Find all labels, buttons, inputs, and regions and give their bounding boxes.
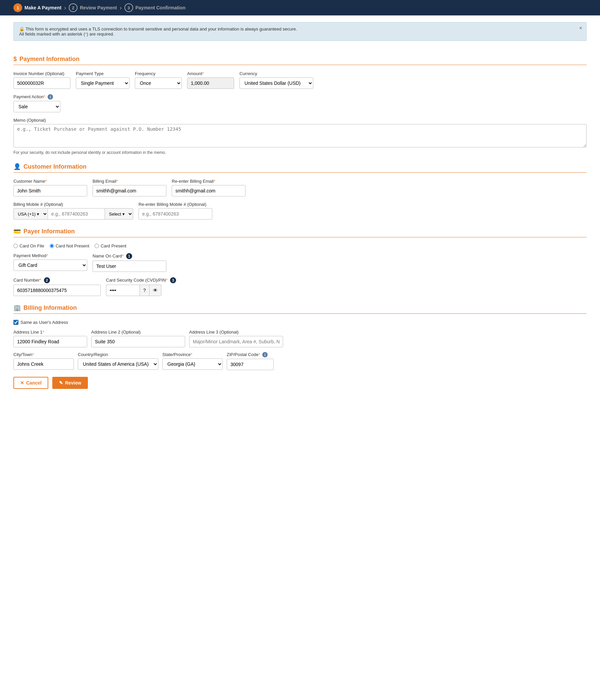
currency-group: Currency United States Dollar (USD) <box>239 71 313 89</box>
billing-mobile-label: Billing Mobile # (Optional) <box>14 202 133 207</box>
wizard-header: 1 Make A Payment › 2 Review Payment › 3 … <box>0 0 600 16</box>
payment-action-row: Payment Action* i Sale <box>14 94 586 112</box>
person-icon: 👤 <box>14 163 21 170</box>
payment-action-info-icon[interactable]: i <box>48 94 53 100</box>
zip-info-icon[interactable]: i <box>262 352 268 357</box>
card-not-present-label[interactable]: Card Not Present <box>50 243 89 248</box>
dollar-icon: $ <box>14 56 17 63</box>
payment-method-label: Payment Method* <box>14 253 87 258</box>
security-notice-close[interactable]: × <box>579 25 582 31</box>
card-on-file-radio[interactable] <box>14 244 18 248</box>
cvd-show-btn[interactable]: 👁 <box>150 284 161 296</box>
card-number-row: Card Number* 2 Card Security Code (CVD)/… <box>14 277 586 296</box>
card-number-group: Card Number* 2 <box>14 277 101 296</box>
amount-label: Amount* <box>187 71 234 76</box>
payment-type-group: Payment Type Single Payment <box>76 71 129 89</box>
billing-mobile-group: Billing Mobile # (Optional) USA (+1) ▾ S… <box>14 202 133 220</box>
zip-label: ZIP/Postal Code* i <box>227 352 274 357</box>
currency-select[interactable]: United States Dollar (USD) <box>239 77 313 89</box>
cvd-input[interactable] <box>106 284 140 296</box>
cvd-help-btn[interactable]: ? <box>140 284 150 296</box>
invoice-input[interactable] <box>14 77 70 89</box>
state-select[interactable]: Georgia (GA) <box>162 358 223 370</box>
name-on-card-input[interactable] <box>93 260 166 272</box>
address3-group: Address Line 3 (Optional) <box>189 329 283 347</box>
building-icon: 🏢 <box>14 304 21 311</box>
re-billing-mobile-label: Re-enter Billing Mobile # (Optional) <box>139 202 212 207</box>
payment-info-row1: Invoice Number (Optional) Payment Type S… <box>14 71 586 89</box>
city-input[interactable] <box>14 358 74 370</box>
card-number-input[interactable] <box>14 284 101 296</box>
billing-address-row1: Address Line 1* Address Line 2 (Optional… <box>14 329 586 347</box>
currency-label: Currency <box>239 71 313 76</box>
customer-name-input[interactable] <box>14 185 87 197</box>
payment-info-title: Payment Information <box>20 56 79 63</box>
re-billing-email-input[interactable] <box>172 185 245 197</box>
address3-input[interactable] <box>189 336 283 347</box>
country-label: Country/Region <box>78 352 158 357</box>
billing-mobile-input[interactable] <box>48 208 105 220</box>
zip-input[interactable] <box>227 359 274 370</box>
payment-method-select[interactable]: Gift Card <box>14 259 87 271</box>
cvd-label: Card Security Code (CVD)/PIN* 3 <box>106 277 176 283</box>
billing-email-group: Billing Email* <box>93 179 166 197</box>
billing-address-row2: City/Town* Country/Region United States … <box>14 352 586 370</box>
review-button[interactable]: ✎ Review <box>52 377 88 389</box>
invoice-label: Invoice Number (Optional) <box>14 71 70 76</box>
name-on-card-group: Name On Card* 1 <box>93 253 166 272</box>
customer-info-section-header: 👤 Customer Information <box>14 163 586 170</box>
customer-name-row: Customer Name* Billing Email* Re-enter B… <box>14 179 586 197</box>
name-on-card-label: Name On Card* 1 <box>93 253 166 259</box>
step-label-3: Payment Confirmation <box>136 5 186 10</box>
payment-action-select[interactable]: Sale <box>14 101 61 112</box>
payer-info-divider <box>14 237 586 238</box>
billing-email-input[interactable] <box>93 185 166 197</box>
amount-input[interactable] <box>187 77 234 89</box>
security-line1: 🔒 This form is encrypted and uses a TLS … <box>19 26 581 31</box>
memo-textarea[interactable] <box>14 124 586 148</box>
memo-group: Memo (Optional) For your security, do no… <box>14 118 586 155</box>
card-present-radio[interactable] <box>95 244 99 248</box>
card-number-label: Card Number* 2 <box>14 277 101 283</box>
cvd-group: Card Security Code (CVD)/PIN* 3 ? 👁 <box>106 277 176 296</box>
cancel-button[interactable]: ✕ Cancel <box>14 377 48 389</box>
lock-icon: 🔒 <box>19 26 24 31</box>
payment-method-row: Payment Method* Gift Card Name On Card* … <box>14 253 586 272</box>
customer-name-group: Customer Name* <box>14 179 87 197</box>
payer-info-section-header: 💳 Payer Information <box>14 228 586 235</box>
wizard-step-1[interactable]: 1 Make A Payment <box>14 3 62 12</box>
frequency-group: Frequency Once <box>135 71 182 89</box>
step-label-1: Make A Payment <box>24 5 62 10</box>
address2-label: Address Line 2 (Optional) <box>91 329 185 334</box>
card-on-file-label[interactable]: Card On File <box>14 243 44 248</box>
wizard-step-2[interactable]: 2 Review Payment <box>69 3 117 12</box>
address2-input[interactable] <box>91 336 185 347</box>
step-num-1: 1 <box>14 3 22 12</box>
billing-mobile-row: Billing Mobile # (Optional) USA (+1) ▾ S… <box>14 202 586 220</box>
billing-info-title: Billing Information <box>23 304 77 311</box>
badge-card-number: 2 <box>44 277 50 283</box>
wizard-step-3[interactable]: 3 Payment Confirmation <box>124 3 186 12</box>
re-billing-email-label: Re-enter Billing Email* <box>172 179 245 184</box>
country-group: Country/Region United States of America … <box>78 352 158 370</box>
security-notice: × 🔒 This form is encrypted and uses a TL… <box>14 22 586 41</box>
payment-type-select[interactable]: Single Payment <box>76 77 129 89</box>
payer-info-title: Payer Information <box>23 228 75 235</box>
same-as-user-label[interactable]: Same as User's Address <box>14 320 586 325</box>
billing-info-section-header: 🏢 Billing Information <box>14 304 586 311</box>
billing-info-divider <box>14 314 586 314</box>
card-present-label[interactable]: Card Present <box>95 243 126 248</box>
step-num-3: 3 <box>124 3 133 12</box>
address1-input[interactable] <box>14 336 87 347</box>
billing-mobile-country-select[interactable]: USA (+1) ▾ <box>14 208 48 220</box>
frequency-select[interactable]: Once <box>135 77 182 89</box>
address3-label: Address Line 3 (Optional) <box>189 329 283 334</box>
billing-mobile-type-select[interactable]: Select ▾ <box>105 208 133 220</box>
main-content: $ Payment Information Invoice Number (Op… <box>0 44 600 399</box>
billing-mobile-phone-group: USA (+1) ▾ Select ▾ <box>14 208 133 220</box>
payment-info-section-header: $ Payment Information <box>14 56 586 63</box>
card-not-present-radio[interactable] <box>50 244 54 248</box>
same-as-user-checkbox[interactable] <box>14 320 19 325</box>
country-select[interactable]: United States of America (USA) <box>78 358 158 370</box>
re-billing-mobile-input[interactable] <box>139 208 212 220</box>
